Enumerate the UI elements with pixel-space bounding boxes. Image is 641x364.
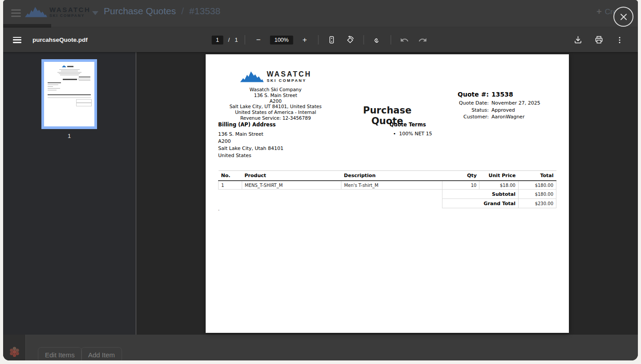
rotate-button[interactable] <box>343 33 357 47</box>
subtotal-value: $180.00 <box>518 190 556 199</box>
company-logo: WASATCH SKI COMPANY <box>217 69 334 84</box>
quote-terms-heading: Quote Terms <box>389 121 432 128</box>
page-total: 1 <box>235 36 238 43</box>
company-name: Wasatch Ski Company <box>217 87 334 93</box>
col-header-product: Product <box>242 171 341 181</box>
quote-status-label: Status: <box>428 107 489 114</box>
toolbar-divider <box>318 35 318 44</box>
cell-description: Men's T-shirt_M <box>341 181 442 190</box>
toolbar-divider <box>363 35 364 44</box>
plus-icon: + <box>596 7 602 17</box>
summary-row-grand-total: Grand Total $230.00 <box>219 199 556 208</box>
pdf-content-area: 1 WASATCH SKI C <box>3 52 638 335</box>
summary-row-subtotal: Subtotal $180.00 <box>219 190 556 199</box>
zoom-out-button[interactable]: − <box>252 33 265 47</box>
app-header: WASATCH SKI COMPANY Purchase Quotes / #1… <box>3 0 638 28</box>
company-address-line: Revenue Service: 12-3456789 <box>217 115 334 121</box>
page-separator: / <box>228 36 230 43</box>
page-thumbnail[interactable]: 1 <box>41 59 97 139</box>
ink-pen-icon <box>372 35 382 45</box>
quote-number-value: 13538 <box>491 90 513 99</box>
quote-info-block: Quote #: 13538 Quote Date: November 27, … <box>428 90 575 121</box>
subtotal-label: Subtotal <box>442 190 518 199</box>
redo-icon <box>418 36 427 44</box>
edit-items-button[interactable]: Edit Items <box>38 347 82 360</box>
breadcrumb-record-id[interactable]: #13538 <box>189 6 220 16</box>
app-footer: Edit Items Add Item <box>3 335 638 360</box>
quote-customer-value: AaronWagner <box>491 113 524 121</box>
company-address-line: United States of America - Internal <box>217 109 334 115</box>
zoom-level-input[interactable]: 100% <box>270 36 293 44</box>
col-header-description: Description <box>341 171 442 181</box>
billing-line: A200 <box>218 138 284 145</box>
annotate-button[interactable] <box>370 33 384 47</box>
app-logo-line2: SKI COMPANY <box>49 14 90 18</box>
billing-line: 136 S. Main Street <box>218 131 284 138</box>
close-icon <box>620 13 628 21</box>
print-button[interactable] <box>592 33 605 47</box>
screen: WASATCH SKI COMPANY Purchase Quotes / #1… <box>0 0 641 364</box>
breadcrumb-section[interactable]: Purchase Quotes <box>104 6 176 16</box>
thumbnail-page-number: 1 <box>41 133 97 139</box>
footnote-dot: . <box>218 206 219 211</box>
browser-window: WASATCH SKI COMPANY Purchase Quotes / #1… <box>3 0 638 360</box>
grand-total-value: $230.00 <box>518 199 556 208</box>
col-header-unit-price: Unit Price <box>479 171 519 181</box>
print-icon <box>594 35 604 44</box>
app-menu-icon[interactable] <box>11 9 21 17</box>
toolbar-divider <box>244 35 245 44</box>
cell-unit-price: $18.00 <box>479 181 519 190</box>
quote-status-value: Approved <box>491 107 515 114</box>
undo-button[interactable] <box>398 33 411 47</box>
quote-date-label: Quote Date: <box>428 100 489 107</box>
pdf-menu-icon[interactable] <box>13 37 21 43</box>
redo-button[interactable] <box>416 33 429 47</box>
company-address-line: A200 <box>217 98 334 104</box>
quote-terms-item: 100% NET 15 <box>399 131 432 137</box>
grand-total-label: Grand Total <box>442 199 518 208</box>
billing-line: United States <box>218 152 284 159</box>
rotate-icon <box>345 35 355 45</box>
toolbar-divider <box>390 35 391 44</box>
company-address-line: Salt Lake City, UT 84101, United States <box>217 104 334 109</box>
widget-flower-icon[interactable] <box>8 346 20 360</box>
billing-heading: Billing (AP) Address <box>218 121 284 128</box>
quote-customer-label: Customer: <box>428 113 489 121</box>
pdf-filename: purcahseQuote.pdf <box>32 36 88 43</box>
breadcrumb-separator: / <box>181 6 184 16</box>
billing-address-block: Billing (AP) Address 136 S. Main Street … <box>218 121 284 159</box>
company-logo-line2: SKI COMPANY <box>267 79 312 83</box>
quote-date-value: November 27, 2025 <box>491 100 540 107</box>
pdf-main-view: WASATCH SKI COMPANY Wasatch Ski Company … <box>136 52 638 335</box>
tab-strip <box>3 24 51 28</box>
zoom-in-button[interactable]: + <box>298 33 311 47</box>
quote-number-label: Quote #: <box>428 90 489 99</box>
thumbnail-page-preview <box>41 59 97 129</box>
table-row: 1 MENS_T-SHIRT_M Men's T-shirt_M 10 $18.… <box>219 181 556 190</box>
close-button[interactable] <box>613 7 633 27</box>
company-address-line: 136 S. Main Street <box>217 93 334 98</box>
download-button[interactable] <box>571 33 584 47</box>
cell-no: 1 <box>219 181 242 190</box>
cell-qty: 10 <box>442 181 479 190</box>
breadcrumb: Purchase Quotes / #13538 <box>104 6 220 16</box>
bullet-icon: • <box>393 131 396 137</box>
undo-icon <box>400 36 409 44</box>
app-logo[interactable]: WASATCH SKI COMPANY <box>24 5 90 19</box>
download-icon <box>573 35 583 44</box>
mountain-logo-icon <box>24 5 48 19</box>
app-logo-line1: WASATCH <box>49 6 90 13</box>
page-number-input[interactable]: 1 <box>212 36 223 44</box>
fit-page-icon <box>327 35 337 44</box>
chevron-down-icon[interactable] <box>92 11 98 15</box>
company-logo-line1: WASATCH <box>267 71 312 78</box>
pdf-page: WASATCH SKI COMPANY Wasatch Ski Company … <box>206 54 569 333</box>
fit-page-button[interactable] <box>325 33 338 47</box>
more-options-button[interactable] <box>613 33 626 47</box>
items-table: No. Product Description Qty Unit Price T… <box>218 170 556 208</box>
cell-product: MENS_T-SHIRT_M <box>242 181 341 190</box>
col-header-qty: Qty <box>442 171 479 181</box>
mountain-logo-icon <box>239 69 264 84</box>
quote-terms-block: Quote Terms • 100% NET 15 <box>389 121 432 137</box>
add-item-button[interactable]: Add Item <box>81 347 122 360</box>
